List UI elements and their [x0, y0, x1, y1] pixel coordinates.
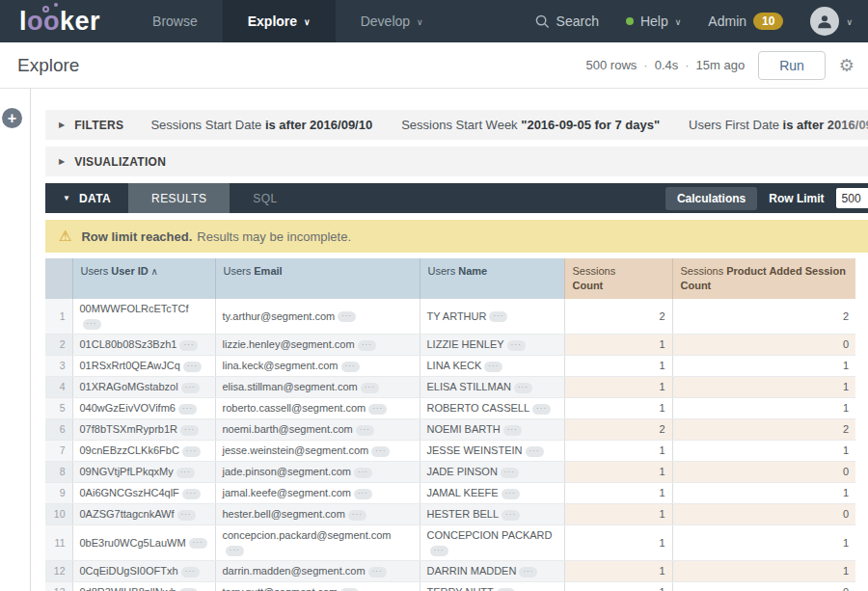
cell-count[interactable]: 1: [564, 525, 672, 561]
cell-user_id[interactable]: 0Ai6GNCGszHC4qlF···: [72, 483, 215, 504]
column-header[interactable]: Users Name: [420, 258, 564, 299]
calculations-button[interactable]: Calculations: [665, 187, 757, 210]
cell-menu-icon[interactable]: ···: [183, 362, 202, 372]
cell-menu-icon[interactable]: ···: [179, 340, 198, 351]
cell-menu-icon[interactable]: ···: [356, 425, 374, 436]
cell-user_id[interactable]: 0bE3ru0WCg5LauWM···: [72, 525, 215, 561]
cell-user_id[interactable]: 00MWWFOLRcETcTCf···: [72, 299, 215, 335]
cell-count[interactable]: 1: [564, 441, 672, 462]
cell-menu-icon[interactable]: ···: [176, 468, 195, 478]
cell-email[interactable]: hester.bell@segment.com···: [215, 504, 420, 525]
cell-count[interactable]: 1: [564, 561, 672, 582]
cell-product_added[interactable]: 0: [672, 504, 855, 525]
cell-menu-icon[interactable]: ···: [514, 383, 532, 393]
cell-product_added[interactable]: 0: [672, 462, 855, 483]
cell-email[interactable]: jesse.weinstein@segment.com···: [215, 441, 420, 462]
cell-count[interactable]: 1: [564, 356, 672, 377]
admin-menu[interactable]: Admin 10: [708, 13, 783, 30]
cell-count[interactable]: 2: [564, 419, 672, 441]
cell-menu-icon[interactable]: ···: [181, 567, 200, 578]
cell-menu-icon[interactable]: ···: [361, 383, 379, 393]
cell-menu-icon[interactable]: ···: [177, 510, 196, 521]
row-limit-input[interactable]: [836, 188, 868, 208]
cell-name[interactable]: TY ARTHUR···: [420, 299, 564, 335]
cell-email[interactable]: jamal.keefe@segment.com···: [215, 483, 420, 504]
cell-menu-icon[interactable]: ···: [368, 404, 387, 415]
cell-email[interactable]: lina.keck@segment.com···: [215, 356, 420, 377]
cell-menu-icon[interactable]: ···: [354, 489, 372, 499]
cell-menu-icon[interactable]: ···: [83, 319, 101, 330]
cell-user_id[interactable]: 09NGVtjPfLPkqxMy···: [72, 462, 215, 483]
cell-name[interactable]: NOEMI BARTH···: [420, 419, 564, 441]
tab-sql[interactable]: SQL: [230, 183, 300, 213]
column-header[interactable]: Users User ID ∧: [72, 258, 215, 299]
cell-count[interactable]: 1: [564, 398, 672, 419]
cell-menu-icon[interactable]: ···: [181, 383, 200, 393]
cell-menu-icon[interactable]: ···: [532, 404, 551, 415]
cell-email[interactable]: roberto.cassell@segment.com···: [215, 398, 420, 419]
cell-product_added[interactable]: 1: [672, 356, 855, 377]
cell-count[interactable]: 1: [564, 377, 672, 398]
looker-logo[interactable]: looker: [0, 0, 127, 42]
cell-email[interactable]: darrin.madden@segment.com···: [215, 561, 420, 582]
cell-menu-icon[interactable]: ···: [503, 425, 522, 436]
cell-email[interactable]: elisa.stillman@segment.com···: [215, 377, 420, 398]
filters-section-toggle[interactable]: FILTERS: [74, 119, 123, 132]
cell-name[interactable]: ELISA STILLMAN···: [420, 377, 564, 398]
run-button[interactable]: Run: [758, 51, 826, 80]
nav-item-develop[interactable]: Develop ∨: [336, 0, 448, 42]
cell-name[interactable]: ROBERTO CASSELL···: [420, 398, 564, 419]
cell-email[interactable]: jade.pinson@segment.com···: [215, 462, 420, 483]
cell-name[interactable]: JESSE WEINSTEIN···: [420, 441, 564, 462]
cell-count[interactable]: 2: [564, 299, 672, 335]
user-menu[interactable]: ∨: [810, 7, 853, 36]
help-menu[interactable]: Help ∨: [626, 13, 681, 29]
cell-menu-icon[interactable]: ···: [338, 311, 356, 322]
cell-product_added[interactable]: 2: [672, 419, 855, 441]
cell-user_id[interactable]: 07f8bTSXmRyprb1R···: [72, 419, 215, 441]
cell-menu-icon[interactable]: ···: [502, 510, 520, 521]
cell-menu-icon[interactable]: ···: [180, 425, 199, 436]
cell-menu-icon[interactable]: ···: [502, 489, 520, 499]
cell-product_added[interactable]: 0: [672, 335, 855, 356]
data-section-toggle[interactable]: ▼ DATA: [45, 183, 128, 213]
cell-menu-icon[interactable]: ···: [489, 311, 507, 322]
filter-item[interactable]: Sessions Start Week "2016-09-05 for 7 da…: [401, 118, 660, 132]
cell-menu-icon[interactable]: ···: [501, 468, 519, 478]
cell-product_added[interactable]: 1: [672, 525, 855, 561]
cell-product_added[interactable]: 1: [672, 441, 855, 462]
cell-menu-icon[interactable]: ···: [358, 340, 376, 351]
cell-menu-icon[interactable]: ···: [354, 468, 372, 478]
cell-email[interactable]: ty.arthur@segment.com···: [215, 299, 420, 335]
cell-count[interactable]: 1: [564, 504, 672, 525]
add-field-button[interactable]: +: [2, 108, 22, 128]
cell-user_id[interactable]: 040wGzEivVOVifm6···: [72, 398, 215, 419]
filter-item[interactable]: Sessions Start Date is after 2016/09/10: [150, 118, 372, 132]
cell-menu-icon[interactable]: ···: [519, 567, 537, 578]
cell-count[interactable]: 1: [564, 335, 672, 356]
cell-email[interactable]: lizzie.henley@segment.com···: [215, 335, 420, 356]
cell-user_id[interactable]: 0AZSG7ttagcnkAWf···: [72, 504, 215, 525]
nav-item-explore[interactable]: Explore ∨: [223, 0, 336, 42]
nav-item-browse[interactable]: Browse: [127, 0, 223, 42]
cell-user_id[interactable]: 0CqEiDUgSI0OFTxh···: [72, 561, 215, 582]
cell-menu-icon[interactable]: ···: [484, 362, 502, 372]
cell-name[interactable]: DARRIN MADDEN···: [420, 561, 564, 582]
cell-count[interactable]: 1: [564, 582, 672, 591]
cell-user_id[interactable]: 01XRAGoMGstabzol···: [72, 377, 215, 398]
filter-item[interactable]: Users First Date is after 2016/09/10: [689, 118, 868, 132]
cell-menu-icon[interactable]: ···: [371, 446, 390, 457]
cell-product_added[interactable]: 1: [672, 483, 855, 504]
cell-product_added[interactable]: 1: [672, 561, 855, 582]
cell-email[interactable]: concepcion.packard@segment.com···: [215, 525, 420, 561]
cell-product_added[interactable]: 0: [672, 582, 855, 591]
cell-menu-icon[interactable]: ···: [368, 567, 387, 578]
visualization-section-toggle[interactable]: VISUALIZATION: [74, 155, 166, 169]
cell-user_id[interactable]: 01CL80b08Sz3Bzh1···: [72, 335, 215, 356]
tab-results[interactable]: RESULTS: [128, 183, 230, 213]
cell-menu-icon[interactable]: ···: [341, 362, 360, 372]
column-header[interactable]: Sessions Product Added Session Count: [672, 258, 855, 299]
column-header[interactable]: Users Email: [215, 258, 420, 299]
cell-name[interactable]: TERRY NUTT···: [420, 582, 564, 591]
cell-menu-icon[interactable]: ···: [430, 546, 448, 556]
